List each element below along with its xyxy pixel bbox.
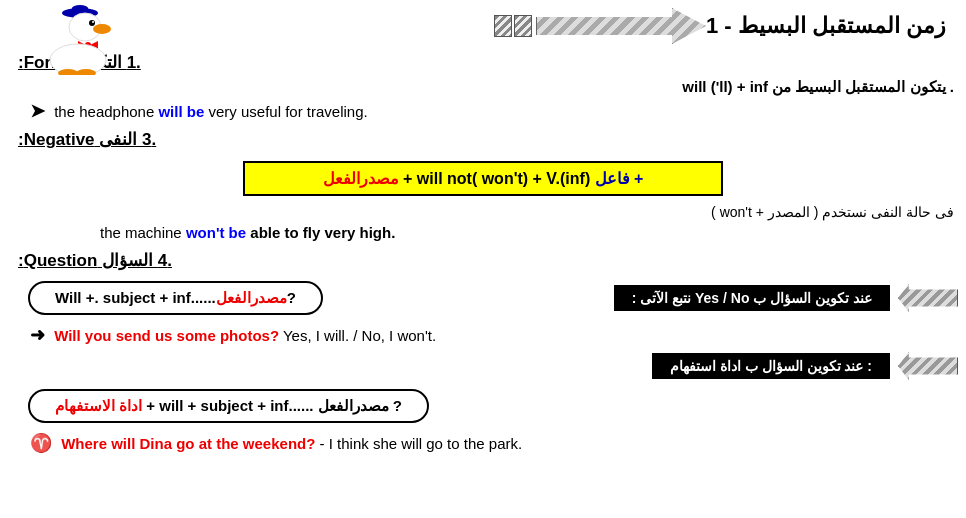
question-row1: Will +. subject + inf......مصدرالفعل? عن…	[0, 275, 966, 321]
form-box-fa3el: فاعل +	[595, 170, 644, 187]
example4-row: ♈ Where will Dina go at the weekend? - I…	[0, 429, 966, 457]
example2-rest: able to fly very high.	[246, 224, 395, 241]
example1-rest: very useful for traveling.	[204, 103, 367, 120]
aries-symbol: ♈	[30, 433, 52, 453]
question-oval2: اداة الاستفهام + will + subject + inf...…	[28, 389, 429, 423]
example1-bold: will be	[158, 103, 204, 120]
oval2-right: مصدرالفعل	[318, 397, 389, 414]
example3-row: ➜ Will you send us some photos? Yes, I w…	[0, 321, 966, 349]
oval2-suffix: ?	[393, 397, 402, 414]
section1-text: . يتكون المستقبل البسيط من will ('ll) + …	[0, 77, 966, 97]
question-row3: اداة الاستفهام + will + subject + inf...…	[0, 383, 966, 429]
duck-illustration	[30, 5, 120, 75]
sq2	[514, 15, 532, 37]
example2-row: the machine won't be able to fly very hi…	[0, 221, 966, 244]
wont-note: فى حالة النفى نستخدم ( المصدر + won't )	[0, 203, 966, 221]
example4-bold: Where will Dina go at the weekend?	[61, 435, 315, 452]
example1-row: ➤ the headphone will be very useful for …	[0, 97, 966, 125]
question-section-label-row: .4 السؤال Question:	[0, 244, 966, 275]
form-box-english: + will not( won't) + V.(inf)	[403, 170, 595, 187]
oval2-mid: + will + subject + inf......	[146, 397, 313, 414]
question-row2: : عند تكوين السؤال ب اداة استفهام	[0, 349, 966, 383]
example1-text: the headphone	[54, 103, 158, 120]
svg-point-10	[50, 44, 106, 75]
header-arrow	[536, 8, 706, 44]
example1-bullet: ➤	[30, 101, 45, 121]
q1-right-group: عند تكوين السؤال ب Yes / No نتبع الآتى :	[614, 283, 958, 313]
question-oval1: Will +. subject + inf......مصدرالفعل?	[28, 281, 323, 315]
header-decoration-squares	[494, 15, 532, 37]
example4-rest: - I think she will go to the park.	[315, 435, 522, 452]
example2-bold: won't be	[186, 224, 246, 241]
black-box1: عند تكوين السؤال ب Yes / No نتبع الآتى :	[614, 285, 890, 311]
q2-arrow	[898, 352, 958, 380]
oval1-right: مصدرالفعل	[216, 289, 287, 306]
main-content: .1 التكوين Form: . يتكون المستقبل البسيط…	[0, 48, 966, 457]
negative-label: .3 النفى Negative:	[8, 127, 166, 152]
svg-point-2	[72, 5, 88, 11]
example2-text: the machine	[100, 224, 186, 241]
form-box-arabic: مصدرالفعل	[323, 170, 399, 187]
oval1-suffix: ?	[287, 289, 296, 306]
black-box2: : عند تكوين السؤال ب اداة استفهام	[652, 353, 890, 379]
oval1-left: Will +. subject + inf......	[55, 289, 216, 306]
negative-section-label-row: .3 النفى Negative:	[0, 125, 966, 154]
page-title: زمن المستقبل البسيط - 1	[706, 13, 946, 39]
svg-point-4	[89, 20, 95, 26]
q1-arrow	[898, 284, 958, 312]
example3-bold: Will you send us some photos?	[54, 327, 279, 344]
question-label: .4 السؤال Question:	[8, 248, 182, 273]
header-area: زمن المستقبل البسيط - 1	[0, 0, 966, 48]
example3-rest: Yes, I will. / No, I won't.	[279, 327, 436, 344]
svg-point-6	[93, 24, 111, 34]
form-box-row: مصدرالفعل + will not( won't) + V.(inf) ف…	[0, 157, 966, 200]
section1-label-row: .1 التكوين Form:	[0, 50, 966, 77]
sq1	[494, 15, 512, 37]
negative-form-box: مصدرالفعل + will not( won't) + V.(inf) ف…	[243, 161, 723, 196]
section1-arabic: . يتكون المستقبل البسيط من will ('ll) + …	[682, 78, 954, 95]
svg-point-5	[92, 21, 94, 23]
oval2-leftpart: اداة الاستفهام	[55, 397, 142, 414]
example3-bullet: ➜	[30, 325, 45, 345]
